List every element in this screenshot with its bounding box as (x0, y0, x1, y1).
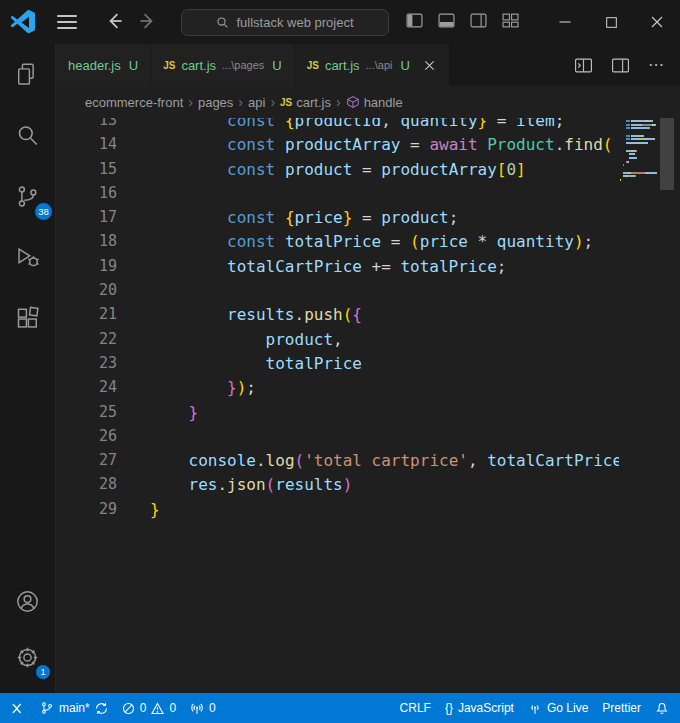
status-bar-right: CRLF {} JavaScript Go Live Prettier (393, 693, 680, 723)
sidebar-item-search[interactable] (0, 111, 55, 159)
sidebar-item-explorer[interactable] (0, 50, 55, 98)
ports-status[interactable]: 0 (183, 693, 223, 723)
git-branch-icon (40, 701, 54, 715)
minimap[interactable] (620, 120, 658, 183)
activity-bar: 38 1 (0, 44, 56, 693)
tab-label: cart.js (325, 58, 360, 73)
chevron-right-icon: › (270, 94, 275, 110)
untracked-badge: U (272, 58, 281, 73)
settings-button[interactable]: 1 (0, 633, 55, 681)
code-line (150, 281, 619, 305)
warning-count: 0 (169, 701, 176, 715)
code-lines[interactable]: const {productId, quantity} = item; cons… (150, 118, 619, 524)
git-branch-status[interactable]: main* (33, 693, 115, 723)
warnings-icon (151, 702, 164, 715)
language-mode[interactable]: {} JavaScript (438, 693, 521, 723)
breadcrumb-folder[interactable]: pages (198, 95, 233, 110)
sidebar-item-source-control[interactable]: 38 (0, 172, 55, 220)
tab-header-js[interactable]: header.js U (56, 44, 151, 86)
chevron-right-icon: › (238, 94, 243, 110)
tab-description: ...\api (366, 59, 393, 71)
scrollbar-thumb[interactable] (660, 118, 674, 190)
line-number: 20 (56, 281, 150, 305)
toggle-sidebar-left-icon[interactable] (406, 13, 423, 28)
branch-name: main* (59, 701, 90, 715)
tab-cart-js-api[interactable]: JS cart.js ...\api U (295, 44, 450, 86)
close-tab-icon[interactable] (422, 58, 437, 73)
bell-icon (655, 701, 669, 715)
code-editor[interactable]: 1314151617181920212223242526272829 const… (56, 118, 680, 693)
editor-actions: ⋯ (574, 44, 680, 86)
line-number: 24 (56, 378, 150, 402)
forward-arrow-icon[interactable] (137, 10, 161, 34)
line-number: 25 (56, 403, 150, 427)
broadcast-icon (528, 702, 542, 715)
back-arrow-icon[interactable] (103, 10, 127, 34)
layout-controls (406, 13, 519, 28)
account-button[interactable] (0, 577, 55, 625)
line-number: 29 (56, 500, 150, 524)
close-window-button[interactable] (634, 0, 680, 44)
untracked-badge: U (129, 58, 138, 73)
tab-cart-js-pages[interactable]: JS cart.js ...\pages U (151, 44, 295, 86)
line-number: 22 (56, 330, 150, 354)
breadcrumb-file[interactable]: JS cart.js (280, 95, 331, 110)
line-number: 17 (56, 208, 150, 232)
line-number: 21 (56, 305, 150, 329)
remote-indicator[interactable] (0, 693, 33, 723)
braces-icon: {} (445, 701, 453, 715)
tab-label: cart.js (181, 58, 216, 73)
more-actions-icon[interactable]: ⋯ (648, 57, 664, 73)
vertical-scrollbar[interactable] (660, 118, 674, 693)
sidebar-item-extensions[interactable] (0, 294, 55, 342)
code-line (150, 184, 619, 208)
vscode-window: fullstack web project (0, 0, 680, 723)
problems-status[interactable]: 0 0 (115, 693, 183, 723)
status-bar: main* 0 0 0 CRLF {} (0, 693, 680, 723)
line-number: 13 (56, 118, 150, 135)
tab-description: ...\pages (222, 59, 264, 71)
window-controls (542, 0, 680, 44)
tab-label: header.js (68, 58, 121, 73)
command-center-search[interactable]: fullstack web project (181, 9, 389, 36)
code-line: } (150, 500, 619, 524)
minimize-button[interactable] (542, 0, 588, 44)
eol-indicator[interactable]: CRLF (393, 693, 438, 723)
sidebar-item-run-debug[interactable] (0, 233, 55, 281)
maximize-button[interactable] (588, 0, 634, 44)
line-number: 27 (56, 451, 150, 475)
go-live-button[interactable]: Go Live (521, 693, 595, 723)
code-line: product, (150, 330, 619, 354)
code-line: totalCartPrice += totalPrice; (150, 257, 619, 281)
code-line: const product = productArray[0] (150, 160, 619, 184)
hamburger-menu-icon[interactable] (56, 13, 78, 31)
formatter-prettier[interactable]: Prettier (595, 693, 648, 723)
tab-bar: header.js U JS cart.js ...\pages U JS ca… (56, 44, 680, 86)
breadcrumb: ecommerce-front › pages › api › JS cart.… (56, 86, 680, 118)
javascript-file-icon: JS (280, 97, 292, 108)
split-editor-icon[interactable] (574, 57, 593, 74)
symbol-method-icon (346, 95, 360, 109)
code-line: } (150, 403, 619, 427)
notifications-bell[interactable] (648, 693, 676, 723)
line-number: 26 (56, 427, 150, 451)
javascript-file-icon: JS (307, 60, 319, 71)
breadcrumb-folder[interactable]: ecommerce-front (85, 95, 183, 110)
toggle-sidebar-right-icon[interactable] (470, 13, 487, 28)
breadcrumb-folder[interactable]: api (248, 95, 265, 110)
error-count: 0 (140, 701, 147, 715)
breadcrumb-symbol[interactable]: handle (346, 95, 403, 110)
activity-bar-bottom: 1 (0, 577, 55, 681)
settings-badge: 1 (36, 665, 50, 679)
workspace-title: fullstack web project (236, 15, 353, 30)
line-number: 19 (56, 257, 150, 281)
code-line: const {price} = product; (150, 208, 619, 232)
code-line: const totalPrice = (price * quantity); (150, 232, 619, 256)
customize-layout-icon[interactable] (502, 13, 519, 28)
line-number: 28 (56, 475, 150, 499)
toggle-editor-layout-icon[interactable] (611, 57, 630, 74)
toggle-panel-icon[interactable] (438, 13, 455, 28)
code-line: const {productId, quantity} = item; (150, 118, 619, 135)
explorer-icon (14, 61, 41, 88)
search-icon (14, 122, 41, 149)
